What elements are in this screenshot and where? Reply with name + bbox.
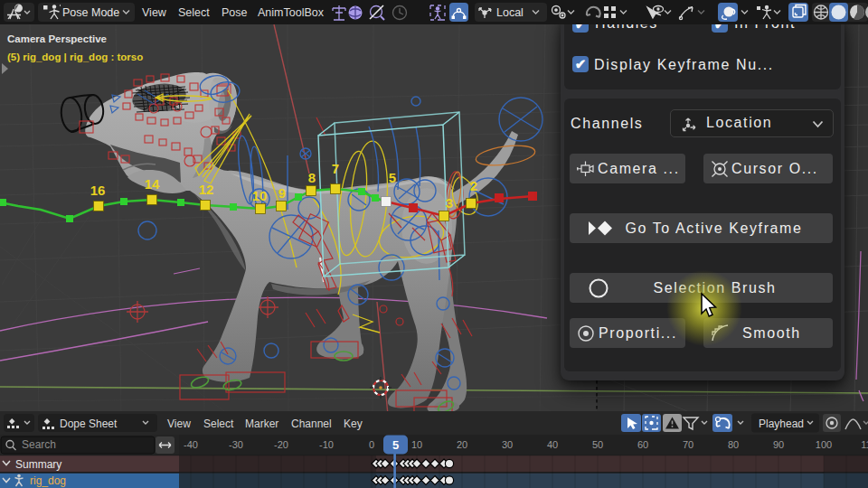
svg-text:0: 0 [369, 439, 374, 450]
svg-text:5: 5 [389, 170, 396, 185]
svg-text:9: 9 [278, 185, 286, 201]
svg-text:View: View [167, 418, 191, 430]
svg-text:Playhead: Playhead [759, 418, 804, 430]
svg-text:7: 7 [332, 161, 339, 176]
svg-text:View: View [142, 6, 167, 19]
svg-text:100: 100 [816, 439, 832, 450]
svg-text:Pose Mode: Pose Mode [62, 6, 119, 19]
svg-text:Key: Key [344, 418, 363, 430]
svg-text:90: 90 [773, 439, 784, 450]
svg-text:8: 8 [308, 170, 316, 185]
svg-text:Select: Select [178, 6, 210, 19]
svg-text:50: 50 [592, 439, 603, 450]
svg-text:-40: -40 [184, 439, 198, 450]
svg-text:5: 5 [392, 438, 399, 452]
svg-text:rig_dog: rig_dog [30, 474, 66, 487]
svg-text:20: 20 [457, 439, 467, 450]
svg-text:-20: -20 [274, 439, 288, 450]
svg-text:-30: -30 [229, 439, 243, 450]
svg-text:2: 2 [470, 178, 477, 193]
svg-text:Pose: Pose [222, 6, 248, 19]
svg-text:11: 11 [861, 439, 868, 450]
svg-text:Summary: Summary [15, 458, 61, 471]
svg-text:Search: Search [22, 438, 56, 451]
svg-text:60: 60 [637, 439, 648, 450]
svg-text:3: 3 [446, 195, 453, 211]
svg-text:30: 30 [502, 439, 513, 450]
svg-text:70: 70 [683, 439, 693, 450]
svg-text:40: 40 [547, 439, 558, 450]
svg-text:10: 10 [252, 188, 268, 203]
svg-text:Dope Sheet: Dope Sheet [60, 418, 118, 430]
svg-text:16: 16 [90, 183, 106, 198]
svg-text:14: 14 [145, 176, 160, 192]
svg-text:Marker: Marker [245, 418, 278, 430]
svg-text:Channel: Channel [291, 418, 332, 430]
svg-text:80: 80 [728, 439, 739, 450]
svg-text:AnimToolBox: AnimToolBox [258, 6, 325, 19]
svg-text:-10: -10 [319, 439, 334, 450]
svg-text:12: 12 [199, 182, 214, 197]
svg-text:Select: Select [203, 418, 234, 430]
svg-text:Local: Local [496, 6, 524, 19]
svg-text:10: 10 [411, 439, 422, 450]
